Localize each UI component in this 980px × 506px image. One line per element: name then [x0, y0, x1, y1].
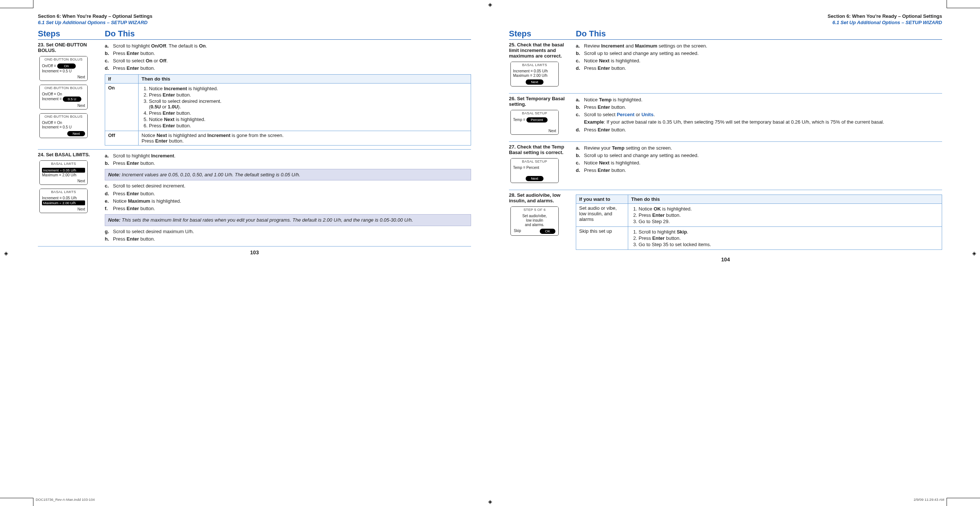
- document-timestamp: 2/9/09 11:29:43 AM: [914, 498, 944, 501]
- step-25: 25. Check that the basal limit increment…: [509, 40, 942, 94]
- registration-mark-icon: ◈: [971, 250, 977, 256]
- device-screen: ONE-BUTTON BOLUS On/Off = On Increment =…: [40, 56, 88, 81]
- step-24: 24. Set BASAL LIMITS. BASAL LIMITS Incre…: [38, 150, 471, 247]
- if-want-table: If you want toThen do this Set audio or …: [576, 195, 942, 250]
- step-27: 27. Check that the Temp Basal setting is…: [509, 142, 942, 190]
- heading-row: Steps Do This: [509, 28, 942, 40]
- running-header: Section 6: When You're Ready – Optional …: [509, 13, 942, 26]
- device-screen: BASAL LIMITS Increment = 0.05 U/h Maximu…: [511, 62, 559, 87]
- device-screen: BASAL LIMITS Increment = 0.05 U/h Maximu…: [40, 160, 88, 185]
- page-right: Section 6: When You're Ready – Optional …: [507, 9, 944, 264]
- registration-mark-icon: ◈: [3, 250, 9, 256]
- heading-row: Steps Do This: [38, 28, 471, 40]
- step-26: 26. Set Temporary Basal setting. BASAL S…: [509, 94, 942, 142]
- device-screen: BASAL SETUP Temp = Percent Next: [511, 158, 559, 183]
- page-number: 104: [509, 257, 942, 262]
- device-screen: ONE-BUTTON BOLUS On/Off = On Increment =…: [40, 113, 88, 138]
- if-then-table: IfThen do this On Notice Increment is hi…: [105, 74, 471, 146]
- col-header-dothis: Do This: [576, 28, 942, 40]
- page-left: Section 6: When You're Ready – Optional …: [36, 9, 473, 264]
- print-footer: DOC15736_Rev-A-Man.indd 103-104 2/9/09 1…: [36, 498, 944, 501]
- step-23: 23. Set ONE-BUTTON BOLUS. ONE-BUTTON BOL…: [38, 40, 471, 150]
- page-number: 103: [38, 249, 471, 255]
- document-slug: DOC15736_Rev-A-Man.indd 103-104: [36, 498, 95, 501]
- running-header: Section 6: When You're Ready – Optional …: [38, 13, 471, 26]
- device-screen: BASAL SETUP Temp = Percent Next: [511, 110, 559, 135]
- note-box: Note: Increment values are 0.05, 0.10, 0…: [105, 169, 471, 181]
- note-box: Note: This sets the maximum limit for ba…: [105, 214, 471, 226]
- col-header-steps: Steps: [38, 28, 105, 40]
- device-screen: BASAL LIMITS Increment = 0.05 U/h Maximu…: [40, 189, 88, 213]
- col-header-dothis: Do This: [105, 28, 471, 40]
- registration-mark-icon: ◈: [487, 2, 493, 8]
- col-header-steps: Steps: [509, 28, 576, 40]
- step-28: 28. Set audio/vibe, low insulin, and ala…: [509, 190, 942, 254]
- device-screen: ONE-BUTTON BOLUS On/Off = On Increment =…: [40, 85, 88, 109]
- device-screen: STEP 5 OF 6 Set audio/vibe, low insulin …: [511, 206, 559, 236]
